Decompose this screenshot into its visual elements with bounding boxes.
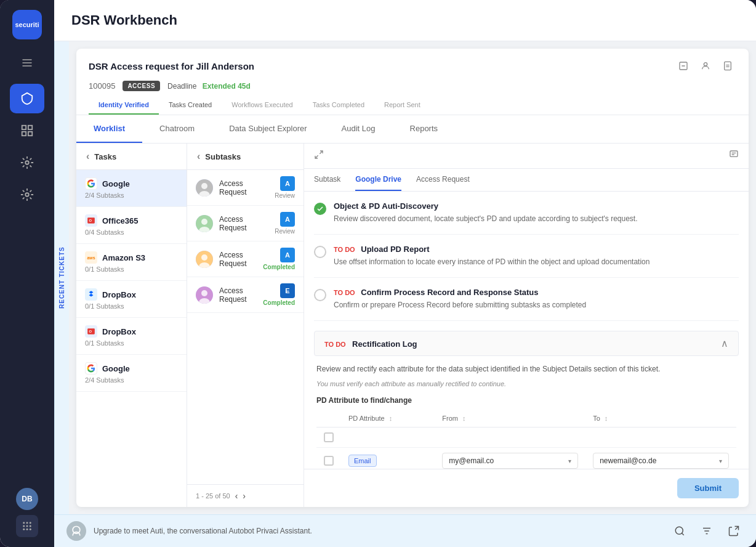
select-arrow: ▾: [568, 458, 571, 464]
svg-point-12: [23, 525, 25, 527]
submit-button[interactable]: Submit: [677, 478, 739, 498]
tab-reports[interactable]: Reports: [393, 115, 456, 143]
col-check: [316, 410, 341, 427]
section-header[interactable]: TO DO Rectification Log ∧: [314, 331, 739, 356]
todo-label: TO DO: [334, 246, 355, 253]
sidebar-bottom: DB: [16, 488, 38, 547]
task-subtasks: 2/4 Subtasks: [85, 376, 178, 384]
main-tabs: Worklist Chatroom Data Subject Explorer …: [76, 115, 749, 144]
section-content: Review and rectify each attribute for th…: [314, 363, 739, 469]
prog-tab-report[interactable]: Report Sent: [374, 96, 430, 115]
tab-chatroom[interactable]: Chatroom: [142, 115, 212, 143]
task-body-3: TO DO Confirm Process Record and Respons…: [334, 288, 739, 310]
subtask-item[interactable]: Access Request A Review: [187, 206, 304, 241]
svg-point-20: [704, 63, 707, 66]
svg-point-46: [675, 527, 683, 534]
user-icon[interactable]: [697, 57, 714, 75]
task-desc-2: Use offset information to locate every i…: [334, 256, 739, 267]
detail-panel: Subtask Google Drive Access Request: [304, 144, 749, 507]
task-name: DropBox: [102, 290, 136, 299]
task-item[interactable]: O DropBox 0/1 Subtasks: [76, 318, 187, 355]
prog-tab-tasks[interactable]: Tasks Created: [159, 96, 222, 115]
search-tool-button[interactable]: [670, 521, 690, 541]
share-tool-button[interactable]: [724, 521, 744, 541]
task-name: Google: [102, 364, 130, 373]
subtask-status: Review: [275, 192, 295, 199]
subtask-avatar: [196, 179, 213, 197]
detail-tab-subtask[interactable]: Subtask: [314, 169, 340, 191]
email-to-select[interactable]: newemail@co.de ▾: [593, 453, 729, 469]
subtask-status: Completed: [263, 299, 295, 306]
office2-icon: O: [85, 325, 97, 338]
next-page[interactable]: ›: [243, 491, 246, 501]
sidebar-item-dashboard[interactable]: [10, 116, 44, 145]
main-area: DSR Workbench RECENT TICKETS DSR Access …: [54, 0, 756, 547]
task-name: Amazon S3: [102, 253, 145, 262]
svg-rect-5: [22, 132, 26, 136]
bottom-tools: [670, 521, 744, 541]
sidebar-item-settings[interactable]: [10, 180, 44, 209]
recent-tickets-tab[interactable]: RECENT TICKETS: [54, 41, 69, 514]
task-subtasks: 0/1 Subtasks: [85, 302, 178, 310]
email-from-select[interactable]: my@email.co ▾: [442, 453, 578, 469]
prog-tab-identity[interactable]: Identity Verified: [89, 96, 159, 115]
pd-row-email: Email my@email.co ▾: [316, 448, 736, 469]
export-icon[interactable]: [675, 57, 692, 75]
task-item[interactable]: Google 2/4 Subtasks: [76, 170, 187, 207]
col-from: From ↕: [435, 410, 585, 427]
subtask-item[interactable]: Access Request A Review: [187, 170, 304, 206]
user-avatar[interactable]: DB: [16, 488, 38, 510]
expand-button[interactable]: [314, 150, 324, 162]
prev-page[interactable]: ‹: [235, 491, 238, 501]
task-item[interactable]: O Office365 0/4 Subtasks: [76, 207, 187, 244]
pd-attribute-label: PD Attribute to find/change: [316, 396, 736, 405]
detail-tab-access[interactable]: Access Request: [416, 169, 470, 191]
pd-table: PD Attribute ↕ From ↕: [316, 410, 736, 469]
svg-point-7: [25, 161, 29, 164]
prog-tab-workflows[interactable]: Workflows Executed: [222, 96, 302, 115]
content-area: ‹ Tasks Google: [76, 144, 749, 507]
tab-data-subject[interactable]: Data Subject Explorer: [212, 115, 324, 143]
sidebar-item-shield[interactable]: [10, 84, 44, 113]
sidebar-nav: [10, 76, 44, 488]
dsr-panel: DSR Access request for Jill Anderson: [76, 49, 749, 507]
svg-point-17: [30, 529, 31, 530]
subtask-avatar: [196, 251, 213, 268]
svg-point-13: [26, 525, 28, 527]
svg-line-41: [315, 155, 318, 158]
sidebar-item-tools[interactable]: [10, 148, 44, 177]
header-checkbox[interactable]: [324, 432, 334, 442]
prog-tab-completed[interactable]: Tasks Completed: [303, 96, 374, 115]
progress-tabs: Identity Verified Tasks Created Workflow…: [89, 96, 736, 115]
svg-point-11: [30, 522, 31, 524]
logo-box[interactable]: securiti: [12, 10, 42, 39]
subtasks-back-arrow[interactable]: ‹: [197, 151, 200, 162]
tab-audit-log[interactable]: Audit Log: [324, 115, 393, 143]
subtask-avatar: [196, 215, 213, 232]
menu-icon[interactable]: [0, 49, 54, 76]
task-desc-3: Confirm or prepare Process Record before…: [334, 299, 739, 310]
tasks-back-arrow[interactable]: ‹: [86, 151, 89, 162]
tab-worklist[interactable]: Worklist: [76, 115, 142, 143]
apps-icon[interactable]: [16, 515, 38, 537]
subtasks-label: Subtasks: [205, 152, 241, 161]
svg-point-35: [201, 254, 207, 261]
document-icon[interactable]: [719, 57, 736, 75]
svg-text:O: O: [89, 330, 92, 333]
detail-tab-drive[interactable]: Google Drive: [355, 169, 401, 191]
deadline-value: Extended 45d: [203, 82, 251, 91]
filter-tool-button[interactable]: [697, 521, 717, 541]
google2-icon: [85, 362, 97, 375]
task-item[interactable]: aws Amazon S3 0/1 Subtasks: [76, 244, 187, 281]
subtask-item[interactable]: Access Request E Completed: [187, 277, 304, 313]
bot-avatar: [66, 521, 86, 541]
task-subtasks: 0/1 Subtasks: [85, 265, 178, 273]
email-checkbox[interactable]: [324, 456, 334, 466]
comment-button[interactable]: [729, 150, 739, 162]
svg-rect-4: [28, 126, 32, 129]
subtask-badge: A: [280, 176, 295, 191]
task-item[interactable]: Google 2/4 Subtasks: [76, 355, 187, 392]
svg-rect-6: [28, 132, 32, 136]
subtask-item[interactable]: Access Request A Completed: [187, 241, 304, 277]
task-item[interactable]: DropBox 0/1 Subtasks: [76, 281, 187, 318]
